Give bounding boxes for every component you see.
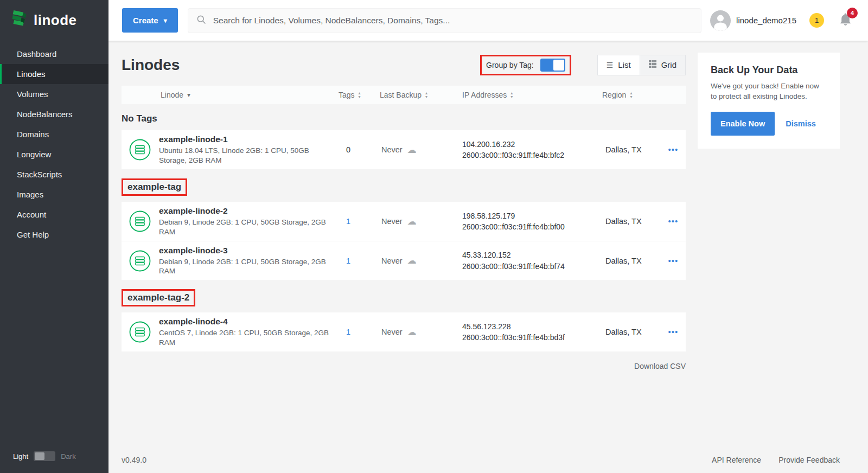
notification-count-badge: 4 (847, 8, 858, 18)
backup-cloud-icon: ☁ (407, 144, 417, 156)
region-value: Dallas, TX (602, 217, 661, 226)
region-value: Dallas, TX (602, 257, 661, 265)
row-actions-button[interactable]: ••• (668, 256, 679, 265)
provide-feedback-link[interactable]: Provide Feedback (778, 456, 840, 464)
theme-switch-knob (35, 452, 44, 460)
create-button[interactable]: Create ▾ (122, 8, 178, 33)
column-header-label: IP Addresses (462, 91, 507, 99)
group-by-tag-toggle[interactable] (540, 59, 565, 72)
username[interactable]: linode_demo215 (736, 16, 796, 25)
sidebar-item-label: Domains (17, 130, 49, 139)
column-header-label: Linode (161, 91, 183, 99)
linode-name-link[interactable]: example-linode-2 (159, 206, 337, 216)
column-header-label: Tags (339, 91, 355, 99)
list-view-label: List (618, 60, 630, 69)
table-row-example-linode-2[interactable]: example-linode-2 Debian 9, Linode 2GB: 1… (122, 202, 686, 241)
tags-count-link[interactable]: 1 (346, 217, 350, 226)
region-value: Dallas, TX (602, 328, 661, 336)
main-content: Linodes Group by Tag: ☰ List (108, 41, 868, 473)
linode-entity-icon (129, 321, 151, 343)
sidebar-item-label: Get Help (17, 230, 49, 239)
sidebar-item-longview[interactable]: Longview (0, 144, 108, 164)
ipv6-address: 2600:3c00::f03c:91ff:fe4b:bf74 (462, 261, 602, 272)
group-by-tag-label: Group by Tag: (486, 61, 534, 69)
download-csv-link[interactable]: Download CSV (634, 362, 686, 370)
avatar[interactable] (710, 10, 731, 31)
sidebar-item-label: Volumes (17, 90, 48, 99)
sidebar-item-label: Account (17, 210, 46, 219)
pending-badge[interactable]: 1 (809, 13, 824, 28)
ipv6-address: 2600:3c00::f03c:91ff:fe4b:bd3f (462, 332, 602, 343)
linode-entity-icon (129, 139, 151, 161)
sidebar-item-volumes[interactable]: Volumes (0, 84, 108, 104)
footer: v0.49.0 API Reference Provide Feedback (122, 456, 840, 464)
search-bar (188, 8, 701, 33)
search-input[interactable] (213, 16, 693, 25)
enable-now-button[interactable]: Enable Now (711, 112, 775, 136)
table-row-example-linode-3[interactable]: example-linode-3 Debian 9, Linode 2GB: 1… (122, 241, 686, 280)
page-title: Linodes (122, 56, 180, 74)
create-button-label: Create (133, 16, 158, 25)
tags-count-link[interactable]: 1 (346, 257, 350, 265)
table-row-example-linode-4[interactable]: example-linode-4 CentOS 7, Linode 2GB: 1… (122, 312, 686, 351)
sidebar-item-linodes[interactable]: Linodes (0, 64, 108, 84)
tag-group-heading-example-tag-2: example-tag-2 (122, 289, 195, 306)
tags-count: 0 (346, 145, 350, 154)
sort-arrows-icon: ▴▾ (425, 91, 427, 99)
sort-arrows-icon: ▴▾ (510, 91, 513, 99)
sidebar: linode Dashboard Linodes Volumes NodeBal… (0, 0, 108, 473)
linode-name-link[interactable]: example-linode-4 (159, 317, 337, 327)
row-actions-button[interactable]: ••• (668, 145, 679, 154)
ipv4-address: 198.58.125.179 (462, 210, 602, 221)
linode-name-link[interactable]: example-linode-3 (159, 246, 337, 255)
linode-specs: Debian 9, Linode 2GB: 1 CPU, 50GB Storag… (159, 257, 337, 276)
backup-card-title: Back Up Your Data (711, 65, 827, 76)
linode-specs: CentOS 7, Linode 2GB: 1 CPU, 50GB Storag… (159, 328, 337, 347)
sidebar-item-get-help[interactable]: Get Help (0, 225, 108, 245)
sidebar-item-label: StackScripts (17, 170, 62, 179)
tag-group-heading-example-tag: example-tag (122, 178, 187, 196)
sidebar-item-account[interactable]: Account (0, 204, 108, 225)
row-actions-button[interactable]: ••• (668, 327, 679, 336)
theme-switch[interactable] (34, 451, 55, 461)
row-actions-button[interactable]: ••• (668, 216, 679, 226)
region-value: Dallas, TX (602, 145, 661, 154)
list-view-button[interactable]: ☰ List (598, 55, 640, 75)
notifications-button[interactable]: 4 (838, 12, 853, 29)
column-header-last-backup[interactable]: Last Backup ▴▾ (380, 91, 462, 99)
linode-name-link[interactable]: example-linode-1 (159, 135, 337, 144)
linode-entity-icon (129, 250, 151, 272)
linode-specs: Debian 9, Linode 2GB: 1 CPU, 50GB Storag… (159, 218, 337, 237)
app-version: v0.49.0 (122, 456, 146, 464)
column-header-linode[interactable]: Linode ▾ (122, 91, 337, 99)
sidebar-item-dashboard[interactable]: Dashboard (0, 44, 108, 64)
brand-logo[interactable]: linode (0, 0, 108, 41)
linode-entity-icon (129, 210, 151, 232)
grid-icon (649, 60, 656, 69)
search-icon (196, 14, 207, 27)
column-header-region[interactable]: Region ▴▾ (602, 91, 661, 99)
dismiss-link[interactable]: Dismiss (786, 119, 816, 128)
column-header-label: Region (602, 91, 626, 99)
tag-group-heading-no-tags: No Tags (122, 113, 157, 124)
column-header-label: Last Backup (380, 91, 422, 99)
tags-count-link[interactable]: 1 (346, 328, 350, 336)
grid-view-button[interactable]: Grid (640, 55, 685, 75)
ipv6-address: 2600:3c00::f03c:91ff:fe4b:bfc2 (462, 150, 602, 161)
ipv6-address: 2600:3c00::f03c:91ff:fe4b:bf00 (462, 221, 602, 232)
table-row-example-linode-1[interactable]: example-linode-1 Ubuntu 18.04 LTS, Linod… (122, 130, 686, 169)
api-reference-link[interactable]: API Reference (712, 456, 761, 464)
column-header-ip-addresses[interactable]: IP Addresses ▴▾ (462, 91, 602, 99)
sidebar-item-domains[interactable]: Domains (0, 124, 108, 144)
sidebar-item-nodebalancers[interactable]: NodeBalancers (0, 104, 108, 124)
column-header-tags[interactable]: Tags ▴▾ (337, 91, 380, 99)
backup-card-body: We've got your back! Enable now to prote… (711, 81, 827, 102)
sidebar-item-stackscripts[interactable]: StackScripts (0, 164, 108, 184)
brand-wordmark: linode (34, 12, 77, 29)
theme-dark-label: Dark (61, 452, 75, 461)
tag-group-rows: example-linode-1 Ubuntu 18.04 LTS, Linod… (122, 130, 686, 169)
bell-icon (838, 19, 853, 28)
sidebar-item-images[interactable]: Images (0, 184, 108, 204)
sort-caret-icon: ▾ (187, 91, 190, 99)
table-header-row: Linode ▾ Tags ▴▾ Last Backup ▴▾ IP Addre… (122, 86, 686, 104)
